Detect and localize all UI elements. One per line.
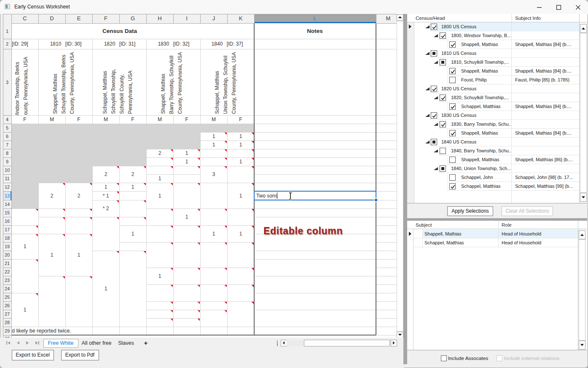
svg-text:M: M (158, 116, 162, 122)
svg-text:1: 1 (158, 176, 161, 181)
svg-text:23: 23 (5, 278, 10, 283)
svg-text:+: + (144, 339, 148, 346)
svg-text:1830 [ID: 32]: 1830 [ID: 32] (158, 41, 190, 47)
svg-text:1: 1 (212, 231, 215, 237)
svg-text:7: 7 (6, 142, 8, 147)
svg-text:Export to Excel: Export to Excel (16, 352, 50, 358)
svg-text:County, Pennsylvania, USA: County, Pennsylvania, USA (69, 52, 75, 114)
svg-text:M: M (386, 15, 391, 22)
svg-text:1: 1 (212, 142, 215, 148)
svg-text:4: 4 (6, 117, 8, 122)
svg-text:1: 1 (185, 150, 188, 156)
svg-text:19: 19 (5, 244, 10, 249)
svg-text:K: K (239, 15, 243, 22)
svg-text:1: 1 (239, 159, 242, 165)
svg-text:All other free: All other free (82, 340, 112, 346)
svg-text:Windsor Township, Berks: Windsor Township, Berks (14, 62, 20, 119)
svg-text:1: 1 (158, 273, 161, 279)
svg-text:G: G (131, 15, 135, 22)
svg-text:F: F (131, 116, 134, 122)
svg-text:17: 17 (5, 227, 10, 232)
svg-text:1810 [ID: 30]: 1810 [ID: 30] (50, 41, 82, 47)
svg-text:M: M (212, 116, 216, 122)
svg-text:3: 3 (6, 80, 8, 85)
svg-text:1: 1 (132, 231, 134, 237)
svg-text:6: 6 (6, 134, 8, 139)
svg-text:1: 1 (158, 193, 161, 199)
svg-text:25: 25 (5, 295, 10, 300)
svg-text:[ID: 29]: [ID: 29] (12, 41, 28, 47)
svg-text:1: 1 (239, 193, 242, 199)
svg-text:1: 1 (105, 184, 107, 190)
svg-text:Editable column: Editable column (263, 225, 343, 236)
svg-text:1: 1 (24, 307, 27, 313)
svg-text:22: 22 (5, 269, 10, 274)
svg-text:H: H (158, 15, 161, 22)
svg-text:Export to Pdf: Export to Pdf (65, 352, 95, 358)
svg-text:* 1: * 1 (103, 193, 109, 199)
svg-text:1: 1 (212, 133, 215, 139)
svg-text:24: 24 (5, 286, 10, 291)
svg-text:12: 12 (5, 184, 10, 189)
svg-text:1: 1 (239, 133, 242, 139)
svg-text:1820 [ID: 31]: 1820 [ID: 31] (104, 41, 136, 47)
svg-text:M: M (104, 116, 108, 122)
svg-text:2: 2 (132, 171, 134, 177)
svg-text:* 2: * 2 (103, 206, 109, 211)
svg-text:Pennsylvania, USA: Pennsylvania, USA (127, 70, 133, 114)
svg-text:28: 28 (5, 320, 10, 325)
svg-text:2: 2 (78, 193, 81, 199)
svg-text:2: 2 (51, 193, 54, 199)
svg-text:F: F (185, 116, 188, 122)
svg-text:F: F (77, 116, 80, 122)
svg-text:Free White: Free White (48, 340, 73, 346)
svg-text:F: F (104, 15, 107, 22)
svg-text:Schappel, Matthias: Schappel, Matthias (214, 71, 220, 114)
svg-text:L: L (313, 15, 316, 22)
svg-text:27: 27 (5, 311, 10, 317)
svg-text:15: 15 (5, 210, 10, 215)
svg-text:F: F (23, 116, 26, 122)
svg-text:2: 2 (105, 171, 107, 177)
svg-text:1: 1 (239, 231, 242, 237)
svg-text:2: 2 (158, 150, 161, 156)
svg-text:I: I (186, 15, 188, 22)
svg-text:D: D (50, 15, 54, 22)
svg-text:Slaves: Slaves (118, 340, 134, 346)
svg-text:Two sons: Two sons (256, 193, 278, 199)
svg-text:21: 21 (5, 261, 10, 266)
svg-text:Schappel, Matthias: Schappel, Matthias (102, 71, 108, 114)
svg-text:Barry Township, Schuylkill: Barry Township, Schuylkill (169, 56, 175, 114)
svg-text:Shappell, Mathias: Shappell, Mathias (160, 74, 166, 114)
svg-text:d likely be reported twice.: d likely be reported twice. (12, 328, 71, 334)
svg-text:29: 29 (5, 328, 10, 333)
svg-text:9: 9 (6, 159, 8, 164)
svg-text:13: 13 (5, 193, 10, 198)
svg-text:1: 1 (78, 252, 81, 258)
svg-text:1: 1 (185, 214, 188, 220)
svg-text:18: 18 (5, 235, 10, 241)
svg-text:5: 5 (6, 125, 8, 130)
svg-text:E: E (77, 15, 81, 22)
svg-text:County, Pennsylvania, USA: County, Pennsylvania, USA (177, 52, 183, 114)
svg-text:Union Township, Schuylkil: Union Township, Schuylkil (223, 55, 228, 114)
svg-text:F: F (239, 116, 242, 122)
svg-text:J: J (212, 15, 215, 22)
svg-text:1: 1 (6, 29, 8, 34)
svg-text:Notes: Notes (307, 28, 323, 34)
svg-text:8: 8 (6, 151, 8, 156)
svg-text:Schuylkill Township,: Schuylkill Township, (110, 69, 116, 114)
svg-text:1: 1 (239, 142, 242, 148)
svg-text:1: 1 (185, 159, 188, 165)
svg-text:1: 1 (51, 252, 54, 258)
svg-text:1840 [ID: 37]: 1840 [ID: 37] (212, 41, 243, 47)
svg-text:Schuylkill Township, Berks: Schuylkill Township, Berks (61, 54, 67, 114)
svg-text:1: 1 (105, 286, 107, 292)
svg-text:14: 14 (5, 202, 10, 207)
svg-text:2: 2 (6, 41, 8, 46)
svg-text:20: 20 (5, 252, 10, 257)
svg-text:16: 16 (5, 219, 10, 224)
svg-text:Shappell, Mathias: Shappell, Mathias (52, 74, 58, 114)
svg-text:3: 3 (212, 171, 215, 177)
svg-text:1: 1 (132, 184, 134, 190)
